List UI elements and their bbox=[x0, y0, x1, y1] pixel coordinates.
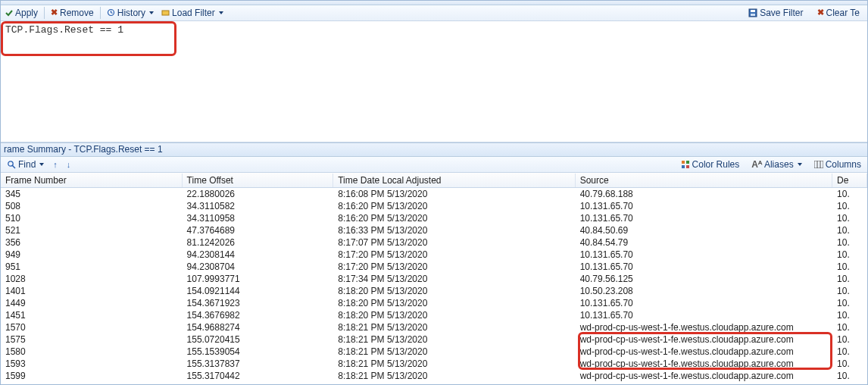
filter-expression-area[interactable]: TCP.Flags.Reset == 1 bbox=[1, 21, 867, 142]
save-filter-label: Save Filter bbox=[760, 8, 803, 18]
column-header-offset[interactable]: Time Offset bbox=[183, 174, 334, 187]
color-rules-label: Color Rules bbox=[692, 159, 740, 170]
remove-icon: ✖ bbox=[51, 8, 58, 17]
remove-label: Remove bbox=[60, 8, 94, 18]
filter-expression-input[interactable]: TCP.Flags.Reset == 1 bbox=[1, 21, 867, 39]
find-dropdown[interactable]: Find bbox=[4, 158, 47, 171]
column-header-time[interactable]: Time Date Local Adjusted bbox=[333, 174, 575, 187]
apply-label: Apply bbox=[15, 8, 38, 18]
cell-source: wd-prod-cp-us-west-1-fe.westus.cloudapp.… bbox=[576, 381, 832, 384]
chevron-down-icon bbox=[798, 163, 802, 166]
grid-toolbar: Find ↑ ↓ Color Rules Aᴬ Aliases Columns bbox=[1, 157, 867, 173]
svg-rect-7 bbox=[682, 161, 685, 164]
svg-rect-9 bbox=[682, 165, 685, 168]
save-icon bbox=[748, 8, 757, 17]
table-row[interactable]: 95194.23087048:17:20 PM 5/13/202010.131.… bbox=[1, 261, 867, 273]
table-row[interactable]: 1449154.36719238:18:20 PM 5/13/202010.13… bbox=[1, 297, 867, 309]
apply-button[interactable]: Apply bbox=[2, 7, 41, 19]
table-row[interactable]: 1575155.07204158:18:21 PM 5/13/2020wd-pr… bbox=[1, 333, 867, 346]
columns-label: Columns bbox=[826, 159, 861, 170]
table-row[interactable]: 51034.31109588:16:20 PM 5/13/202010.131.… bbox=[1, 212, 867, 224]
frame-grid: Frame Number Time Offset Time Date Local… bbox=[1, 173, 867, 384]
clear-button[interactable]: ✖ Clear Te bbox=[814, 7, 863, 19]
color-rules-icon bbox=[681, 160, 690, 169]
filter-toolbar: Apply ✖ Remove History Load Filter bbox=[1, 5, 867, 21]
cell-time: 8:18:21 PM 5/13/2020 bbox=[333, 381, 575, 384]
table-row[interactable]: 1593155.31378378:18:21 PM 5/13/2020wd-pr… bbox=[1, 358, 867, 370]
find-icon bbox=[7, 160, 16, 169]
apply-icon bbox=[5, 9, 13, 17]
table-row[interactable]: 1605155.39748608:18:21 PM 5/13/2020wd-pr… bbox=[1, 382, 867, 384]
find-prev-button[interactable]: ↑ bbox=[50, 159, 61, 170]
table-row[interactable]: 1028107.99937718:17:34 PM 5/13/202040.79… bbox=[1, 273, 867, 285]
chevron-down-icon bbox=[39, 163, 44, 166]
svg-rect-11 bbox=[814, 161, 823, 168]
load-filter-dropdown[interactable]: Load Filter bbox=[158, 7, 226, 19]
svg-rect-4 bbox=[751, 14, 755, 16]
table-row[interactable]: 1570154.96882748:18:21 PM 5/13/2020wd-pr… bbox=[1, 321, 867, 333]
table-row[interactable]: 35681.12420268:17:07 PM 5/13/202040.84.5… bbox=[1, 236, 867, 249]
svg-line-6 bbox=[13, 166, 16, 169]
columns-icon bbox=[814, 161, 823, 168]
svg-rect-3 bbox=[751, 10, 755, 12]
column-header-frame[interactable]: Frame Number bbox=[1, 174, 183, 187]
svg-rect-10 bbox=[686, 165, 689, 168]
table-row[interactable]: 1599155.31704428:18:21 PM 5/13/2020wd-pr… bbox=[1, 370, 867, 382]
table-row[interactable]: 1451154.36769828:18:20 PM 5/13/202010.13… bbox=[1, 309, 867, 321]
svg-rect-8 bbox=[686, 161, 689, 164]
history-icon bbox=[107, 8, 115, 17]
frame-summary-header: rame Summary - TCP.Flags.Reset == 1 bbox=[1, 142, 867, 157]
column-header-source[interactable]: Source bbox=[576, 174, 832, 187]
color-rules-button[interactable]: Color Rules bbox=[678, 158, 743, 171]
history-label: History bbox=[117, 8, 145, 18]
chevron-down-icon bbox=[149, 11, 154, 14]
remove-button[interactable]: ✖ Remove bbox=[48, 7, 97, 19]
svg-point-5 bbox=[8, 161, 13, 166]
load-filter-label: Load Filter bbox=[172, 8, 215, 18]
chevron-down-icon bbox=[219, 11, 223, 14]
clear-label: Clear Te bbox=[826, 8, 860, 18]
save-filter-button[interactable]: Save Filter bbox=[745, 7, 806, 19]
cell-offset: 155.3974860 bbox=[183, 381, 334, 384]
separator bbox=[44, 7, 45, 19]
load-filter-icon bbox=[161, 8, 170, 17]
columns-button[interactable]: Columns bbox=[811, 158, 864, 171]
table-row[interactable]: 34522.18800268:16:08 PM 5/13/202040.79.6… bbox=[1, 188, 867, 200]
aliases-dropdown[interactable]: Aᴬ Aliases bbox=[748, 158, 804, 171]
history-dropdown[interactable]: History bbox=[104, 7, 157, 19]
find-label: Find bbox=[18, 159, 36, 170]
app-window: Apply ✖ Remove History Load Filter bbox=[0, 0, 868, 385]
frame-summary-title: rame Summary - TCP.Flags.Reset == 1 bbox=[4, 144, 163, 155]
table-row[interactable]: 50834.31105828:16:20 PM 5/13/202010.131.… bbox=[1, 200, 867, 212]
separator bbox=[100, 7, 101, 19]
aliases-icon: Aᴬ bbox=[751, 159, 762, 170]
table-row[interactable]: 1401154.09211448:18:20 PM 5/13/202010.50… bbox=[1, 285, 867, 297]
grid-body: 34522.18800268:16:08 PM 5/13/202040.79.6… bbox=[1, 188, 867, 384]
table-row[interactable]: 52147.37646898:16:33 PM 5/13/202040.84.5… bbox=[1, 224, 867, 236]
cell-frame: 1605 bbox=[1, 381, 183, 384]
cell-dest: 10. bbox=[832, 381, 867, 384]
aliases-label: Aliases bbox=[764, 159, 794, 170]
table-row[interactable]: 94994.23081448:17:20 PM 5/13/202010.131.… bbox=[1, 249, 867, 261]
grid-header-row: Frame Number Time Offset Time Date Local… bbox=[1, 173, 867, 188]
column-header-dest[interactable]: De bbox=[832, 174, 867, 187]
find-next-button[interactable]: ↓ bbox=[64, 159, 74, 170]
table-row[interactable]: 1580155.15390548:18:21 PM 5/13/2020wd-pr… bbox=[1, 346, 867, 358]
clear-icon: ✖ bbox=[817, 8, 824, 17]
svg-rect-1 bbox=[162, 11, 169, 15]
